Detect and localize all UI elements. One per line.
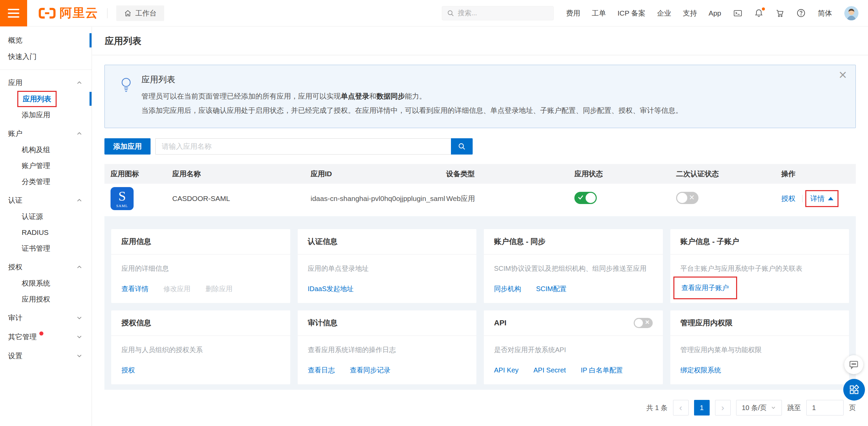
banner-text: 应用列表 管理员可以在当前页面管理已经添加的所有应用，应用可以实现单点登录和数据… <box>141 74 683 118</box>
topbar-menu-support[interactable]: 支持 <box>683 8 697 18</box>
api-toggle-off[interactable]: × <box>634 318 653 328</box>
chevron-down-icon <box>76 352 83 361</box>
sidebar-section-settings-header[interactable]: 设置 <box>0 348 92 364</box>
ip-whitelist-link[interactable]: IP 白名单配置 <box>581 366 623 375</box>
api-secret-link[interactable]: API Secret <box>533 366 566 374</box>
close-icon[interactable]: × <box>838 69 847 80</box>
chevron-up-icon <box>76 130 83 139</box>
banner-line-2: 当添加完应用后，应该确认应用处于启用状态，并已经完成了授权。在应用详情中，可以看… <box>141 103 683 118</box>
check-icon <box>577 194 584 202</box>
app-name-cell: CASDOOR-SAML <box>172 195 311 203</box>
sidebar-item-account-mgmt[interactable]: 账户管理 <box>0 158 92 174</box>
topbar-menu-billing[interactable]: 费用 <box>566 8 580 18</box>
card-audit-info: 审计信息 查看应用系统详细的操作日志 查看日志 查看同步记录 <box>298 310 477 384</box>
prev-page-button[interactable]: ‹ <box>673 400 689 415</box>
app-status-toggle-on[interactable] <box>574 192 597 204</box>
sidebar-item-overview[interactable]: 概览 <box>0 32 92 48</box>
bind-permission-system-link[interactable]: 绑定权限系统 <box>680 366 721 375</box>
sidebar-item-radius[interactable]: RADIUS <box>0 224 92 240</box>
sidebar-section-accounts-header[interactable]: 账户 <box>0 125 92 142</box>
view-logs-link[interactable]: 查看日志 <box>308 366 335 375</box>
topbar-menu-icp[interactable]: ICP 备案 <box>617 8 645 18</box>
sidebar-item-app-authorization[interactable]: 应用授权 <box>0 291 92 307</box>
sidebar-item-cert-mgmt[interactable]: 证书管理 <box>0 240 92 256</box>
table-header: 应用图标 应用名称 应用ID 设备类型 应用状态 二次认证状态 操作 <box>104 164 856 184</box>
topbar-search-input[interactable] <box>458 9 549 17</box>
sidebar-item-permission-system[interactable]: 权限系统 <box>0 275 92 291</box>
sidebar-section-authorization-header[interactable]: 授权 <box>0 259 92 275</box>
sidebar-section-audit-header[interactable]: 审计 <box>0 310 92 326</box>
scim-config-link[interactable]: SCIM配置 <box>536 284 567 293</box>
topbar-menu-enterprise[interactable]: 企业 <box>657 8 671 18</box>
topbar-menu: 费用 工单 ICP 备案 企业 支持 App <box>566 8 721 18</box>
chevron-down-icon <box>771 405 776 410</box>
locale-switch[interactable]: 简体 <box>818 8 832 18</box>
view-sub-accounts-link[interactable]: 查看应用子账户 <box>682 284 729 291</box>
topbar-menu-app[interactable]: App <box>709 9 721 17</box>
cart-icon[interactable] <box>775 9 784 18</box>
api-key-link[interactable]: API Key <box>494 366 518 374</box>
sidebar-item-app-list[interactable]: 应用列表 <box>0 91 92 107</box>
notification-dot <box>762 7 765 11</box>
sync-org-link[interactable]: 同步机构 <box>494 284 521 293</box>
app-search-button[interactable] <box>451 138 473 155</box>
active-indicator <box>90 33 92 47</box>
app-table: 应用图标 应用名称 应用ID 设备类型 应用状态 二次认证状态 操作 S SAM… <box>104 164 856 390</box>
sidebar-item-category-mgmt[interactable]: 分类管理 <box>0 174 92 189</box>
detail-link[interactable]: 详情 <box>810 194 825 203</box>
help-icon[interactable] <box>796 8 806 18</box>
sidebar-section-auth-header[interactable]: 认证 <box>0 192 92 208</box>
authorize-card-link[interactable]: 授权 <box>121 366 135 375</box>
card-api: API × 是否对应用开放系统API API Key API Secret <box>484 310 663 384</box>
content-area: 应用列表 管理员可以在当前页面管理已经添加的所有应用，应用可以实现单点登录和数据… <box>92 55 868 424</box>
chevron-up-icon <box>76 264 83 272</box>
sidebar-item-add-app[interactable]: 添加应用 <box>0 107 92 123</box>
app-id-cell: idaas-cn-shanghai-pvl0hq0ojjpplugin_saml <box>311 195 446 203</box>
view-sync-records-link[interactable]: 查看同步记录 <box>350 366 391 375</box>
sidebar-section-other-header[interactable]: 其它管理 <box>0 329 92 345</box>
notification-bell-icon[interactable] <box>754 9 763 18</box>
x-icon: × <box>689 193 695 201</box>
feedback-chat-button[interactable] <box>844 355 863 374</box>
view-detail-link[interactable]: 查看详情 <box>121 284 149 293</box>
card-title: 应用信息 <box>121 237 151 247</box>
hamburger-menu-button[interactable] <box>0 0 27 26</box>
next-page-button[interactable]: › <box>715 400 731 415</box>
main-content: 应用列表 应用列表 管理员可以在当前页面管理已经添加的所有应用，应用可以实现单点… <box>92 27 868 426</box>
col-actions: 操作 <box>781 169 856 179</box>
app-search <box>155 138 473 155</box>
sidebar-item-org-groups[interactable]: 机构及组 <box>0 142 92 158</box>
card-app-info: 应用信息 应用的详细信息 查看详情 修改应用 删除应用 <box>111 229 290 303</box>
topbar-menu-tickets[interactable]: 工单 <box>592 8 606 18</box>
aliyun-logo[interactable]: 阿里云 <box>38 5 98 21</box>
sidebar-section-accounts: 账户 机构及组 账户管理 分类管理 <box>0 125 92 189</box>
card-title: 管理应用内权限 <box>680 318 733 328</box>
chat-bubble-icon <box>849 360 859 370</box>
current-page-button[interactable]: 1 <box>694 400 710 415</box>
page-size-select[interactable]: 10 条/页 <box>736 400 782 415</box>
mfa-status-toggle-off[interactable]: × <box>676 192 698 204</box>
sidebar-section-apps-header[interactable]: 应用 <box>0 75 92 91</box>
authorize-link[interactable]: 授权 <box>781 194 795 203</box>
quick-apps-button[interactable] <box>843 379 865 401</box>
home-icon <box>124 9 132 17</box>
col-app-icon: 应用图标 <box>111 169 172 179</box>
terminal-icon[interactable] <box>733 9 742 18</box>
delete-app-link[interactable]: 删除应用 <box>205 284 233 293</box>
app-search-input[interactable] <box>155 138 451 155</box>
sidebar-item-auth-source[interactable]: 认证源 <box>0 208 92 224</box>
modify-app-link[interactable]: 修改应用 <box>163 284 191 293</box>
col-app-name: 应用名称 <box>172 169 311 179</box>
jump-to-input[interactable] <box>806 400 844 415</box>
search-icon <box>458 142 466 150</box>
topbar-search[interactable] <box>442 6 554 20</box>
workbench-button[interactable]: 工作台 <box>116 5 164 21</box>
page-header: 应用列表 <box>92 27 868 55</box>
notification-badge-dot <box>39 331 43 336</box>
card-desc: 平台主账户与应用系统中子账户的关联表 <box>680 263 839 273</box>
user-avatar[interactable] <box>844 6 859 20</box>
chevron-up-icon <box>76 79 83 88</box>
add-app-button[interactable]: 添加应用 <box>104 138 151 155</box>
sidebar-item-quickstart[interactable]: 快速入门 <box>0 48 92 65</box>
idaas-sso-url-link[interactable]: IDaaS发起地址 <box>308 284 354 293</box>
